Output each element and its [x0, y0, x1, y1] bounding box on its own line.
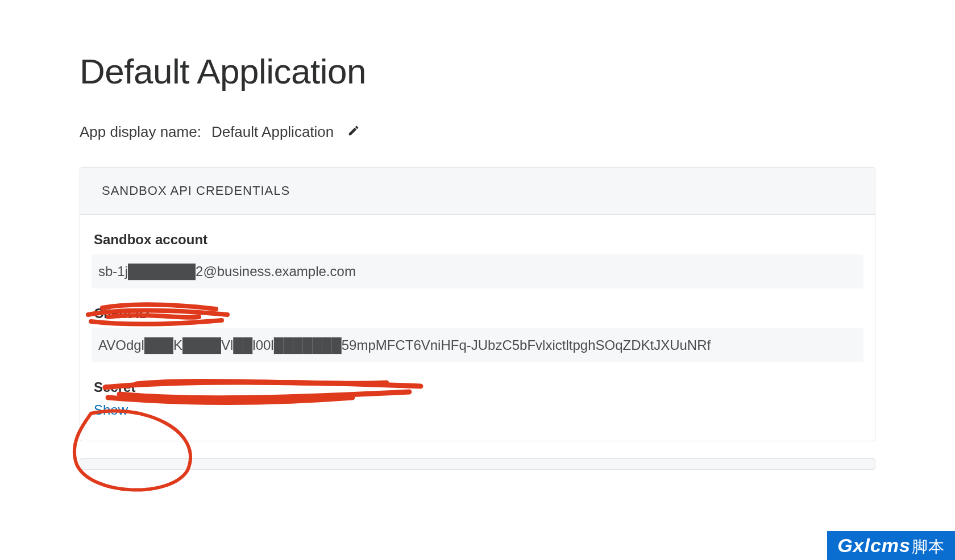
watermark: Gxlcms 脚本: [827, 531, 955, 560]
watermark-main: Gxlcms: [837, 534, 911, 557]
next-panel-stub: [80, 458, 875, 470]
credentials-panel: SANDBOX API CREDENTIALS Sandbox account …: [80, 167, 875, 441]
show-secret-link[interactable]: Show: [92, 402, 128, 418]
page-title: Default Application: [80, 51, 875, 91]
display-name-row: App display name: Default Application: [80, 123, 875, 141]
client-id-label: Client ID: [92, 306, 863, 321]
sandbox-account-value[interactable]: sb-1j███████2@business.example.com: [92, 254, 863, 289]
edit-display-name-button[interactable]: [344, 123, 360, 141]
pencil-icon: [347, 124, 360, 137]
sandbox-account-label: Sandbox account: [92, 232, 863, 248]
credentials-panel-body: Sandbox account sb-1j███████2@business.e…: [80, 215, 875, 441]
secret-label: Secret: [92, 379, 863, 395]
credentials-panel-header: SANDBOX API CREDENTIALS: [80, 168, 875, 215]
client-id-value[interactable]: AVOdgl███K████Vl██l00l███████59mpMFCT6Vn…: [92, 328, 863, 362]
watermark-sub: 脚本: [912, 536, 945, 558]
display-name-value: Default Application: [211, 123, 334, 141]
display-name-label: App display name:: [80, 123, 201, 141]
